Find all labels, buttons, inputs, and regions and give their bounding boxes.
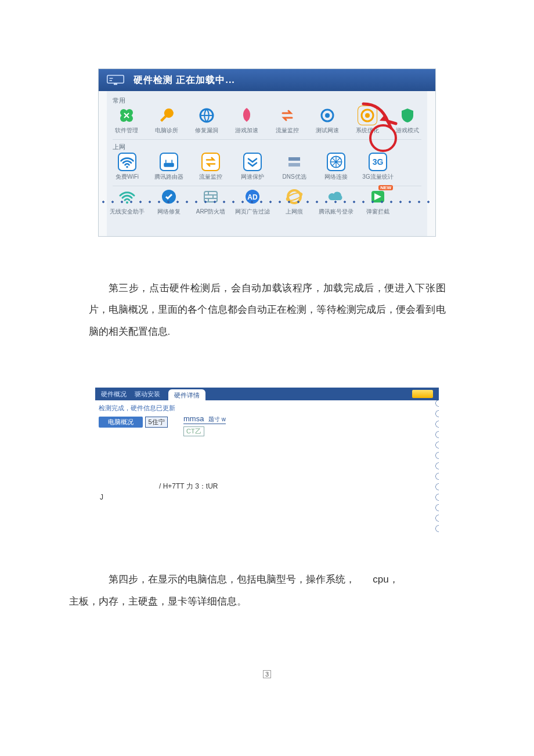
net-icon [327,153,345,171]
svg-rect-14 [288,163,300,167]
chev-icon [243,153,262,171]
tool-item[interactable]: 流量监控 [273,106,301,135]
mmsa-text: mmsa [183,414,204,423]
step-3-paragraph: 第三步，点击硬件检测后，会自动加载该程序，加载完成后，便进入下张图片，电脑概况，… [89,277,446,342]
ctz-box: CT乙 [183,426,204,436]
screenshot-hw-detail: 硬件概况 驱动安装 硬件详情 检测完成，硬件信息已更新 电脑概况 5住宁 mms… [95,377,439,534]
page-number: 3 [263,670,271,678]
eye-icon [358,106,377,125]
clover-icon [117,106,136,125]
tool-label: 网络连接 [324,173,348,181]
monitor-icon [103,74,128,86]
p2-line2: 主板，内存，主硬盘，显卡等详细信息。 [69,596,247,607]
tool-label: 流量监控 [276,126,299,135]
tool-item[interactable]: 3G3G流量统计 [363,153,392,181]
tool-item[interactable]: 上网痕 [280,187,309,216]
tool-item[interactable]: AD网页广告过滤 [238,187,267,216]
tool-item[interactable]: 腾讯账号登录 [322,187,351,216]
tool-label: 腾讯账号登录 [319,208,353,216]
tool-item[interactable]: 免费WiFi [113,153,142,181]
window-titlebar: 硬件检测 正在加载中... [99,69,435,91]
tool-label: 无线安全助手 [110,208,145,216]
cloud-icon [327,187,345,206]
tab-bar: 硬件概况 驱动安装 硬件详情 [95,388,439,400]
tool-item[interactable]: 网速保护 [238,153,267,181]
tool-item[interactable]: NEW弹窗拦截 [363,187,392,216]
svg-point-8 [325,113,330,118]
tool-item[interactable]: 流量监控 [196,153,225,181]
tool-item[interactable]: 软件管理 [113,106,140,135]
tool-item[interactable]: 腾讯路由器 [154,153,183,181]
svg-text:AD: AD [247,193,258,201]
shield-icon [398,106,417,125]
tool-label: ARP防火墙 [196,208,226,216]
wall-icon [201,187,220,206]
tool-label: 游戏加速 [235,126,258,135]
screenshot-tools: 硬件检测 正在加载中... 常用软件管理电脑诊所修复漏洞游戏加速流量监控测试网速… [98,68,436,237]
svg-point-11 [126,166,128,168]
tool-label: 电脑诊所 [155,126,178,135]
tool-item[interactable]: DNS优选 [280,153,309,181]
tool-item[interactable]: 游戏加速 [233,106,261,135]
tool-label: 软件管理 [115,126,138,135]
tool-label: 流量监控 [199,173,222,181]
tool-label: 测试网速 [316,126,339,135]
tool-label: 网页广告过滤 [235,208,270,216]
tool-label: DNS优选 [282,173,306,181]
mid-line: / H+7TT 力 3：tUR [159,482,218,491]
tool-item[interactable]: 网络修复 [154,187,183,216]
tool-label: 腾讯路由器 [154,173,183,181]
step-4-paragraph: 第四步，在显示的电脑信息，包括电脑型号，操作系统， cpu， 主板，内存，主硬盘… [89,569,446,612]
status-line: 检测完成，硬件信息已更新 [95,400,439,414]
3g-icon: 3G [369,153,387,171]
section-label: 上网 [113,140,421,151]
tool-label: 网速保护 [241,173,264,181]
ad-icon: AD [243,187,262,206]
tool-item[interactable]: 系统优化 [354,106,381,135]
right-column: mmsa 题寸 w CT乙 [183,413,226,436]
tool-label: 网络修复 [157,208,181,216]
pill-overview[interactable]: 电脑概况 [99,417,143,428]
tab-driver[interactable]: 驱动安装 [135,390,160,399]
tool-icon [160,187,178,206]
router-icon [160,153,178,171]
tool-label: 修复漏洞 [195,126,218,135]
left-column: 电脑概况 5住宁 [99,413,168,428]
tool-label: 弹窗拦截 [366,208,389,216]
tool-label: 系统优化 [356,126,379,135]
stamp-border-right [432,388,439,534]
tool-item[interactable]: 网络连接 [322,153,351,181]
svg-rect-1 [114,84,117,85]
tool-label: 上网痕 [286,208,303,216]
tool-item[interactable]: 游戏模式 [394,106,421,135]
tool-label: 3G流量统计 [362,173,393,181]
tool-item[interactable]: 修复漏洞 [193,106,221,135]
tool-item[interactable]: 无线安全助手 [113,187,142,216]
grid-row: 软件管理电脑诊所修复漏洞游戏加速流量监控测试网速系统优化游戏模式 [113,105,421,140]
tool-item[interactable]: ARP防火墙 [196,187,225,216]
tool-item[interactable]: 测试网速 [313,106,341,135]
wifi-icon [118,153,136,171]
svg-rect-0 [107,75,124,84]
window-title: 硬件检测 正在加载中... [134,74,235,86]
svg-point-10 [365,113,370,118]
flag-icon: NEW [369,187,387,206]
tab-detail[interactable]: 硬件详情 [168,389,205,402]
wifi2-icon [118,187,136,206]
p2-cpu: cpu， [373,574,398,585]
swap-icon [278,106,297,125]
j-char: J [100,493,103,501]
svg-rect-18 [204,191,217,202]
window-chrome [95,377,439,388]
wrench-icon [157,106,176,125]
svg-rect-13 [288,157,300,161]
ie-icon [285,187,304,206]
dns-icon [285,153,304,171]
mmsa-link[interactable]: mmsa 题寸 w [183,414,226,424]
tab-overview[interactable]: 硬件概况 [101,390,127,399]
rocket-icon [237,106,256,125]
badge-icon [412,390,433,398]
p2-prefix: 第四步，在显示的电脑信息，包括电脑型号，操作系统， [109,574,355,585]
grid-row: 无线安全助手网络修复ARP防火墙AD网页广告过滤上网痕腾讯账号登录NEW弹窗拦截 [113,186,421,216]
tool-item[interactable]: 电脑诊所 [153,106,180,135]
